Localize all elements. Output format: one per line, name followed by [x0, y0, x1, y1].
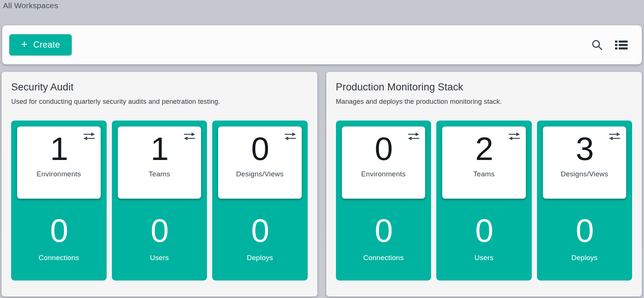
tile-top-panel[interactable]: 1 Teams [118, 126, 201, 199]
tile-bottom-label: Deploys [543, 254, 627, 262]
tile-top-label: Designs/Views [236, 170, 284, 178]
tile-top-label: Teams [473, 170, 495, 178]
swap-horizontal-icon[interactable] [407, 131, 420, 141]
stat-tile-teams: 1 Teams 0 Users [112, 121, 207, 281]
tile-bottom-value: 0 [218, 214, 302, 247]
swap-horizontal-icon[interactable] [82, 131, 96, 141]
tile-bottom-value: 0 [543, 214, 627, 247]
tile-bottom-value: 0 [118, 214, 201, 247]
tile-top-value: 2 [475, 132, 493, 165]
tile-bottom-panel[interactable]: 0 Users [442, 214, 526, 262]
search-icon[interactable] [591, 39, 603, 51]
tile-top-panel[interactable]: 0 Designs/Views [218, 126, 302, 199]
tile-bottom-label: Connections [342, 254, 425, 262]
tile-top-panel[interactable]: 0 Environments [342, 126, 425, 199]
tile-bottom-panel[interactable]: 0 Connections [342, 214, 425, 262]
tile-bottom-value: 0 [342, 214, 425, 247]
tile-bottom-value: 0 [442, 214, 526, 247]
tile-top-label: Environments [36, 170, 81, 178]
tile-top-value: 1 [50, 132, 68, 165]
tile-top-panel[interactable]: 1 Environments [17, 126, 101, 199]
swap-horizontal-icon[interactable] [608, 131, 621, 141]
workspaces-toolbar: + Create [2, 25, 642, 64]
page-title: All Workspaces [3, 1, 58, 10]
tile-bottom-panel[interactable]: 0 Users [118, 214, 201, 262]
stat-tile-environments: 0 Environments 0 Connections [336, 121, 431, 281]
tile-top-value: 3 [576, 132, 593, 165]
tile-bottom-label: Connections [17, 254, 101, 262]
tile-bottom-value: 0 [17, 214, 101, 247]
create-button-label: Create [33, 40, 60, 50]
tile-top-value: 0 [251, 132, 269, 165]
tile-top-label: Environments [361, 170, 406, 178]
stat-tile-environments: 1 Environments 0 Connections [11, 121, 107, 281]
tile-top-label: Teams [149, 170, 170, 178]
tile-top-panel[interactable]: 2 Teams [442, 126, 526, 199]
stat-tiles: 0 Environments 0 Connections 2 [336, 121, 632, 281]
tile-bottom-panel[interactable]: 0 Deploys [218, 214, 302, 262]
tile-bottom-label: Users [118, 254, 201, 262]
create-button[interactable]: + Create [9, 34, 72, 55]
tile-bottom-panel[interactable]: 0 Connections [17, 214, 101, 262]
swap-horizontal-icon[interactable] [508, 131, 521, 141]
stat-tile-teams: 2 Teams 0 Users [436, 121, 532, 281]
tile-bottom-label: Users [442, 254, 526, 262]
swap-horizontal-icon[interactable] [183, 131, 196, 141]
workspace-card-security-audit: Security Audit Used for conducting quart… [1, 72, 317, 297]
workspace-cards-row: Security Audit Used for conducting quart… [1, 72, 642, 297]
swap-horizontal-icon[interactable] [284, 131, 297, 141]
stat-tile-designs-views: 3 Designs/Views 0 Deploys [537, 121, 632, 281]
workspace-description: Manages and deploys the production monit… [336, 98, 632, 106]
workspace-description: Used for conducting quarterly security a… [11, 98, 308, 106]
tile-top-value: 1 [151, 132, 168, 165]
tile-top-label: Designs/Views [561, 170, 608, 178]
tile-top-panel[interactable]: 3 Designs/Views [543, 126, 627, 199]
stat-tiles: 1 Environments 0 Connections 1 [11, 121, 308, 281]
workspace-card-production-monitoring-stack: Production Monitoring Stack Manages and … [326, 72, 642, 297]
stat-tile-designs-views: 0 Designs/Views 0 Deploys [212, 121, 308, 281]
workspace-name: Production Monitoring Stack [336, 81, 632, 93]
list-view-icon[interactable] [615, 40, 628, 50]
tile-top-value: 0 [375, 132, 392, 165]
plus-icon: + [21, 39, 27, 50]
tile-bottom-panel[interactable]: 0 Deploys [543, 214, 627, 262]
toolbar-icons [591, 39, 628, 51]
workspace-name: Security Audit [11, 81, 308, 93]
tile-bottom-label: Deploys [218, 254, 302, 262]
